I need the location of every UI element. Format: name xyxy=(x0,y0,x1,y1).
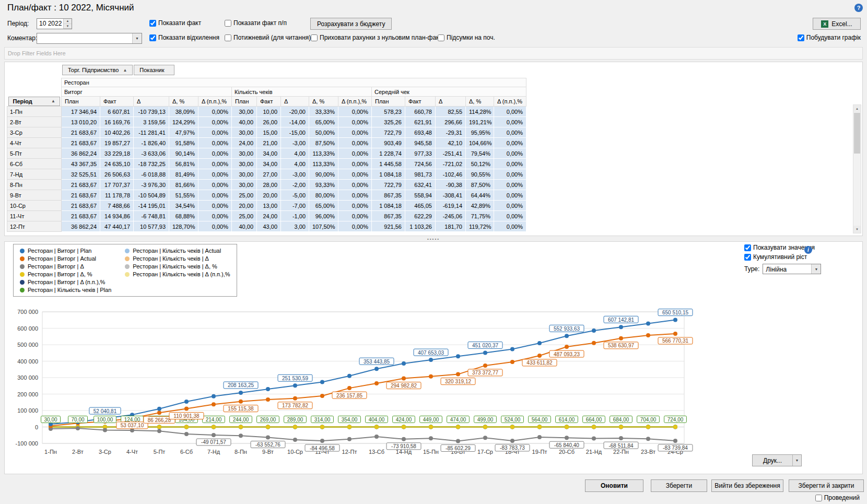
show-deviation-checkbox-input[interactable] xyxy=(149,34,156,41)
value-cell: 0,00% xyxy=(494,180,526,190)
value-cell: 21 683,67 xyxy=(62,201,100,211)
row-header[interactable]: 5-Пт xyxy=(7,148,62,159)
row-header[interactable]: 1-Пн xyxy=(7,107,62,117)
show-deviation-checkbox[interactable]: Показати відхилення xyxy=(149,34,219,41)
row-header[interactable]: 6-Сб xyxy=(7,159,62,169)
company-field-button[interactable]: Торг. Підприємство ▲ xyxy=(62,65,133,75)
svg-text:607 142,81: 607 142,81 xyxy=(608,317,634,323)
period-value[interactable]: 10 2022 xyxy=(39,20,62,27)
legend-series-dot xyxy=(125,256,130,261)
excel-button[interactable]: X Excel... xyxy=(813,18,861,30)
svg-text:700 000: 700 000 xyxy=(17,309,38,315)
value-cell: 867,35 xyxy=(372,190,405,201)
spinner-down-icon[interactable]: ▼ xyxy=(64,24,72,29)
row-header[interactable]: 3-Ср xyxy=(7,127,62,138)
value-cell: 36 862,24 xyxy=(62,148,100,159)
row-header[interactable]: 7-Нд xyxy=(7,169,62,180)
chart-type-arrow-icon[interactable]: ▼ xyxy=(811,264,821,274)
value-cell: 977,33 xyxy=(405,148,436,159)
value-cell: -29,31 xyxy=(436,127,466,138)
spinner-buttons[interactable]: ▲ ▼ xyxy=(63,19,72,29)
svg-text:-85 602,29: -85 602,29 xyxy=(446,446,471,451)
scroll-up-icon[interactable]: ▲ xyxy=(853,105,861,112)
print-button-label[interactable]: Друк... xyxy=(753,455,792,466)
show-fact-checkbox-input[interactable] xyxy=(149,20,156,27)
row-header[interactable]: 12-Пт xyxy=(7,221,62,232)
period-spinner[interactable]: 10 2022 ▲ ▼ xyxy=(37,18,72,29)
value-column-header: Δ, % xyxy=(169,97,198,107)
weekly-readonly-checkbox-input[interactable] xyxy=(225,34,231,41)
svg-text:-49 071,57: -49 071,57 xyxy=(201,439,226,445)
value-cell: -102,46 xyxy=(436,169,466,180)
svg-text:404,00: 404,00 xyxy=(369,417,385,423)
help-icon[interactable]: ? xyxy=(854,4,863,12)
cumulative-growth-checkbox-input[interactable] xyxy=(744,254,751,261)
value-cell: 0,00% xyxy=(198,221,232,232)
scroll-down-icon[interactable]: ▼ xyxy=(853,226,861,233)
save-and-close-button[interactable]: Зберегти й закрити xyxy=(789,479,864,492)
table-scrollbar[interactable]: ▲ ▼ xyxy=(853,104,861,233)
value-cell: 660,78 xyxy=(405,107,436,117)
scrollbar-thumb[interactable] xyxy=(854,113,860,154)
show-fact-pp-checkbox[interactable]: Показати факт п/п xyxy=(225,19,287,27)
cumulative-growth-checkbox[interactable]: Кумулятивний ріст xyxy=(744,253,833,261)
totals-at-start-checkbox[interactable]: Підсумки на поч. xyxy=(438,34,495,41)
hide-zero-accounts-checkbox[interactable]: Приховати рахунки з нульовим план-фак xyxy=(311,34,439,41)
table-row: 3-Ср21 683,6710 402,26-11 281,4147,97%0,… xyxy=(7,127,860,138)
svg-text:3-Ср: 3-Ср xyxy=(99,449,111,455)
legend-item: Ресторан | Кількість чеків | Plan xyxy=(20,287,111,293)
comment-combobox[interactable]: ▼ xyxy=(37,33,142,44)
build-chart-checkbox[interactable]: Побудувати графік xyxy=(798,34,861,41)
show-values-checkbox-input[interactable] xyxy=(744,244,751,251)
weekly-readonly-checkbox[interactable]: Потижневий (для читання) xyxy=(225,34,311,41)
legend-series-dot xyxy=(125,264,130,269)
value-column-header: Δ xyxy=(134,97,169,107)
value-cell: -3 976,30 xyxy=(134,180,169,190)
info-icon[interactable]: i xyxy=(804,246,812,254)
value-cell: 0,00% xyxy=(338,117,372,127)
combo-arrow-icon[interactable]: ▼ xyxy=(132,33,142,43)
legend-series-dot xyxy=(20,256,25,261)
spinner-up-icon[interactable]: ▲ xyxy=(64,19,72,24)
row-header[interactable]: 10-Ср xyxy=(7,201,62,211)
show-fact-checkbox[interactable]: Показати факт xyxy=(149,19,201,27)
calc-budget-button[interactable]: Розрахувати з бюджету xyxy=(310,18,392,30)
row-header[interactable]: 4-Чт xyxy=(7,138,62,148)
period-field-button[interactable]: Період▲ xyxy=(8,97,61,106)
exit-without-saving-button[interactable]: Вийти без збереження xyxy=(711,479,783,492)
row-header[interactable]: 2-Вт xyxy=(7,117,62,127)
value-cell: 33 229,18 xyxy=(100,148,134,159)
value-cell: 56,81% xyxy=(169,159,198,169)
print-dropdown-icon[interactable]: ▼ xyxy=(792,455,801,466)
build-chart-checkbox-input[interactable] xyxy=(798,34,804,41)
value-cell: 90,55% xyxy=(466,169,494,180)
hide-zero-accounts-checkbox-input[interactable] xyxy=(311,34,318,41)
row-header[interactable]: 9-Вт xyxy=(7,190,62,201)
filter-drop-area[interactable]: Drop Filter Fields Here xyxy=(4,47,863,60)
print-button[interactable]: Друк... ▼ xyxy=(752,454,802,466)
save-button[interactable]: Зберегти xyxy=(651,479,707,492)
svg-text:552 933,63: 552 933,63 xyxy=(554,326,580,332)
show-values-checkbox[interactable]: Показувати значення xyxy=(744,244,833,251)
refresh-button[interactable]: Оновити xyxy=(585,479,643,492)
value-cell: -3,00 xyxy=(281,138,309,148)
value-cell: -3,00 xyxy=(281,169,309,180)
row-header[interactable]: 8-Пн xyxy=(7,180,62,190)
chart-type-dropdown[interactable]: Лінійна ▼ xyxy=(763,264,821,274)
value-cell: 21,00 xyxy=(257,138,281,148)
indicator-field-button[interactable]: Показник xyxy=(134,65,174,75)
row-header[interactable]: 11-Чт xyxy=(7,211,62,221)
value-cell: 26 506,63 xyxy=(100,169,134,180)
splitter-handle[interactable]: ••••• xyxy=(4,236,863,241)
value-cell: 11 178,78 xyxy=(100,190,134,201)
totals-at-start-checkbox-input[interactable] xyxy=(438,34,444,41)
indicator-field-label: Показник xyxy=(139,67,164,73)
value-cell: 0,00% xyxy=(198,159,232,169)
svg-text:373 372,77: 373 372,77 xyxy=(472,370,498,376)
value-cell: 0,00% xyxy=(198,169,232,180)
svg-text:0: 0 xyxy=(35,424,38,430)
value-cell: -11 281,41 xyxy=(134,127,169,138)
show-fact-pp-checkbox-input[interactable] xyxy=(225,20,231,27)
posted-checkbox[interactable]: Проведений xyxy=(815,494,860,501)
posted-checkbox-input[interactable] xyxy=(815,495,822,501)
